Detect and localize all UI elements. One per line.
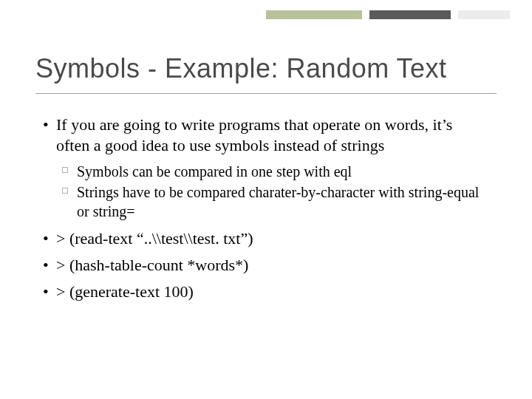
bullet-text: > (read-text “..\\test\\test. txt”) xyxy=(56,228,488,249)
accent-bar-gray xyxy=(369,10,451,19)
bullet-item: • > (read-text “..\\test\\test. txt”) xyxy=(43,228,488,249)
sub-bullet-group: Symbols can be compared in one step with… xyxy=(62,162,488,221)
sub-bullet-item: Symbols can be compared in one step with… xyxy=(62,162,488,181)
slide-body: • If you are going to write programs tha… xyxy=(43,115,488,308)
bullet-dot-icon: • xyxy=(43,115,56,156)
bullet-dot-icon: • xyxy=(43,282,56,302)
sub-bullet-text: Strings have to be compared charater-by-… xyxy=(77,183,488,221)
accent-bar-olive xyxy=(266,10,362,19)
bullet-item: • If you are going to write programs tha… xyxy=(43,115,488,156)
bullet-text: > (hash-table-count *words*) xyxy=(56,255,488,276)
sub-bullet-item: Strings have to be compared charater-by-… xyxy=(62,183,488,221)
bullet-item: • > (generate-text 100) xyxy=(43,282,488,302)
bullet-dot-icon: • xyxy=(43,228,56,249)
slide-title: Symbols - Example: Random Text xyxy=(35,53,497,84)
title-divider xyxy=(35,93,497,94)
bullet-item: • > (hash-table-count *words*) xyxy=(43,255,488,276)
sub-bullet-square-icon xyxy=(62,183,77,199)
sub-bullet-text: Symbols can be compared in one step with… xyxy=(77,162,488,181)
sub-bullet-square-icon xyxy=(62,162,77,178)
bullet-text: If you are going to write programs that … xyxy=(56,115,488,156)
presentation-slide: Symbols - Example: Random Text • If you … xyxy=(0,0,532,399)
accent-bar-light xyxy=(458,10,510,19)
bullet-dot-icon: • xyxy=(43,255,56,276)
decorative-header-bar xyxy=(0,0,532,35)
bullet-text: > (generate-text 100) xyxy=(56,282,488,302)
